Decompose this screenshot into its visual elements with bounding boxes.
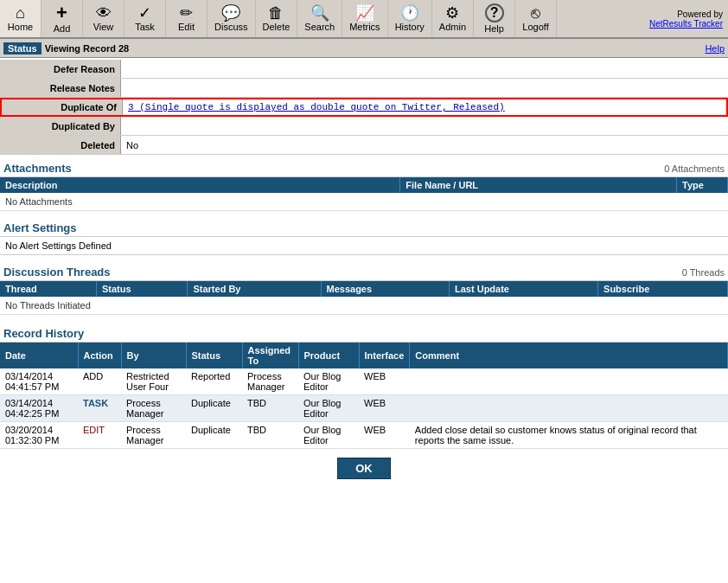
no-threads-text: No Threads Initiated [0,297,728,315]
history-row1-by: Restricted User Four [121,368,186,395]
no-attachments-text: No Attachments [0,193,728,211]
history-row2-product: Our Blog Editor [298,395,359,422]
attachments-count: 0 Attachments [664,163,725,174]
history-row3-product: Our Blog Editor [298,422,359,449]
status-bar: Status Viewing Record 28 Help [0,39,728,58]
history-row1-comment [410,368,728,395]
discussion-threads-table: Thread Status Started By Messages Last U… [0,281,728,315]
ok-button[interactable]: OK [337,458,391,479]
no-alert-text: No Alert Settings Defined [5,240,112,251]
nav-edit[interactable]: ✏ Edit [166,0,208,37]
threads-col-status: Status [96,281,188,297]
history-row3-action: EDIT [78,422,121,449]
nav-search-label: Search [304,22,335,32]
history-row1-action-text: ADD [83,371,103,381]
main-content: Defer Reason Release Notes Duplicate Of … [0,58,728,583]
discussion-threads-count: 0 Threads [682,267,725,278]
top-navigation: ⌂ Home + Add 👁 View ✓ Task ✏ Edit 💬 Disc… [0,0,728,39]
threads-col-started-by: Started By [188,281,321,297]
threads-col-thread: Thread [0,281,96,297]
nav-delete[interactable]: 🗑 Delete [256,0,298,37]
nav-admin-label: Admin [439,22,466,32]
duplicated-by-row: Duplicated By [0,117,728,136]
deleted-value: No [121,136,728,154]
help-icon: ? [485,3,504,22]
history-col-action: Action [78,343,121,368]
history-row1-date: 03/14/2014 04:41:57 PM [0,368,78,395]
history-row3-interface: WEB [359,422,410,449]
defer-reason-label: Defer Reason [0,60,121,78]
duplicate-of-text[interactable]: 3 (Single quote is displayed as double q… [128,102,505,112]
admin-icon: ⚙ [445,5,459,21]
scroll-area[interactable]: Defer Reason Release Notes Duplicate Of … [0,58,728,583]
history-row1-action: ADD [78,368,121,395]
metrics-icon: 📈 [355,5,374,21]
nav-search[interactable]: 🔍 Search [297,0,342,37]
threads-col-last-update: Last Update [450,281,598,297]
nav-help-label: Help [484,23,504,34]
attachments-header: Attachments 0 Attachments [0,157,728,177]
nav-add-label: Add [54,23,71,34]
history-row1-product: Our Blog Editor [298,368,359,395]
nav-home-label: Home [8,22,33,32]
threads-col-messages: Messages [321,281,450,297]
history-row3-date-line1: 03/20/2014 [5,425,53,435]
tracker-link[interactable]: NetResults Tracker [649,19,723,29]
powered-by-text: Powered by [677,10,723,19]
nav-add[interactable]: + Add [42,0,83,37]
discussion-threads-title: Discussion Threads [3,266,111,279]
help-link[interactable]: Help [705,43,725,54]
history-row2-assigned: TBD [242,395,298,422]
logoff-icon: ⎋ [531,5,540,21]
duplicated-by-label: Duplicated By [0,117,121,135]
add-icon: + [56,3,67,22]
history-row1-interface: WEB [359,368,410,395]
history-row1-date-line2: 04:41:57 PM [5,381,59,392]
nav-task[interactable]: ✓ Task [125,0,166,37]
nav-admin[interactable]: ⚙ Admin [432,0,474,37]
duplicate-of-row: Duplicate Of 3 (Single quote is displaye… [0,98,728,117]
nav-discuss[interactable]: 💬 Discuss [208,0,256,37]
history-row2-comment [410,395,728,422]
history-col-interface: Interface [359,343,410,368]
edit-icon: ✏ [180,5,193,21]
duplicate-of-label: Duplicate Of [2,99,123,115]
attachments-col-description: Description [0,177,400,193]
alert-settings-content: No Alert Settings Defined [0,237,728,255]
history-row2-by-line1: Process [126,398,161,408]
release-notes-value [121,79,728,97]
nav-edit-label: Edit [178,22,195,32]
history-row1-date-line1: 03/14/2014 [5,371,53,381]
history-row2-interface: WEB [359,395,410,422]
attachments-title: Attachments [3,162,72,175]
history-row3-by: Process Manager [121,422,186,449]
history-row3-status: Duplicate [186,422,242,449]
nav-view[interactable]: 👁 View [83,0,125,37]
nav-view-label: View [93,22,114,32]
duplicated-by-value [121,117,728,135]
history-col-by: By [121,343,186,368]
nav-help[interactable]: ? Help [474,0,515,37]
history-row3-product-line1: Our Blog [303,425,341,435]
history-row2-by-line2: Manager [126,408,163,419]
nav-history[interactable]: 🕐 History [388,0,432,37]
history-row1-by-line2: User Four [126,381,169,392]
history-col-date: Date [0,343,78,368]
defer-reason-row: Defer Reason [0,60,728,79]
nav-metrics[interactable]: 📈 Metrics [342,0,387,37]
nav-logoff[interactable]: ⎋ Logoff [515,0,557,37]
threads-col-subscribe: Subscribe [598,281,728,297]
history-row2-action: TASK [78,395,121,422]
history-row3-by-line2: Manager [126,435,163,445]
nav-logoff-label: Logoff [522,22,548,32]
defer-reason-value [121,60,728,78]
nav-home[interactable]: ⌂ Home [0,0,42,37]
history-row-2: 03/14/2014 04:42:25 PM TASK Process Mana… [0,395,728,422]
history-row1-product-line2: Editor [303,381,329,392]
nav-history-label: History [395,22,425,32]
deleted-row: Deleted No [0,136,728,155]
status-badge: Status [3,42,42,54]
history-icon: 🕐 [400,5,419,21]
history-row2-date: 03/14/2014 04:42:25 PM [0,395,78,422]
history-row1-by-line1: Restricted [126,371,169,381]
